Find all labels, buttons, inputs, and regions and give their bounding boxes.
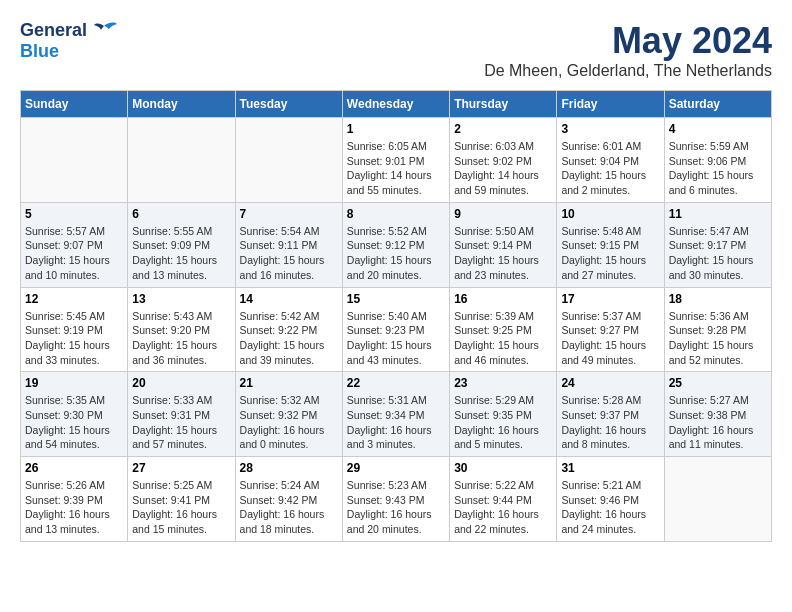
day-number: 1 (347, 122, 445, 136)
day-number: 10 (561, 207, 659, 221)
day-number: 26 (25, 461, 123, 475)
day-number: 6 (132, 207, 230, 221)
calendar-cell: 27Sunrise: 5:25 AMSunset: 9:41 PMDayligh… (128, 457, 235, 542)
calendar-cell: 25Sunrise: 5:27 AMSunset: 9:38 PMDayligh… (664, 372, 771, 457)
day-info: Sunrise: 5:48 AMSunset: 9:15 PMDaylight:… (561, 224, 659, 283)
day-info: Sunrise: 5:32 AMSunset: 9:32 PMDaylight:… (240, 393, 338, 452)
day-number: 3 (561, 122, 659, 136)
title-area: May 2024 De Mheen, Gelderland, The Nethe… (484, 20, 772, 80)
day-number: 12 (25, 292, 123, 306)
day-info: Sunrise: 5:35 AMSunset: 9:30 PMDaylight:… (25, 393, 123, 452)
day-number: 30 (454, 461, 552, 475)
calendar-cell (235, 118, 342, 203)
day-info: Sunrise: 6:05 AMSunset: 9:01 PMDaylight:… (347, 139, 445, 198)
day-info: Sunrise: 5:59 AMSunset: 9:06 PMDaylight:… (669, 139, 767, 198)
calendar-cell: 30Sunrise: 5:22 AMSunset: 9:44 PMDayligh… (450, 457, 557, 542)
day-info: Sunrise: 5:23 AMSunset: 9:43 PMDaylight:… (347, 478, 445, 537)
calendar-cell (664, 457, 771, 542)
location-title: De Mheen, Gelderland, The Netherlands (484, 62, 772, 80)
calendar-week-row: 19Sunrise: 5:35 AMSunset: 9:30 PMDayligh… (21, 372, 772, 457)
calendar-cell (21, 118, 128, 203)
day-info: Sunrise: 5:25 AMSunset: 9:41 PMDaylight:… (132, 478, 230, 537)
calendar-cell: 26Sunrise: 5:26 AMSunset: 9:39 PMDayligh… (21, 457, 128, 542)
day-number: 21 (240, 376, 338, 390)
day-number: 11 (669, 207, 767, 221)
calendar-cell: 29Sunrise: 5:23 AMSunset: 9:43 PMDayligh… (342, 457, 449, 542)
day-number: 2 (454, 122, 552, 136)
day-number: 25 (669, 376, 767, 390)
calendar-header-row: SundayMondayTuesdayWednesdayThursdayFrid… (21, 91, 772, 118)
day-info: Sunrise: 5:29 AMSunset: 9:35 PMDaylight:… (454, 393, 552, 452)
day-info: Sunrise: 5:40 AMSunset: 9:23 PMDaylight:… (347, 309, 445, 368)
day-info: Sunrise: 5:37 AMSunset: 9:27 PMDaylight:… (561, 309, 659, 368)
calendar-cell: 19Sunrise: 5:35 AMSunset: 9:30 PMDayligh… (21, 372, 128, 457)
calendar-header-monday: Monday (128, 91, 235, 118)
day-info: Sunrise: 5:45 AMSunset: 9:19 PMDaylight:… (25, 309, 123, 368)
day-info: Sunrise: 6:03 AMSunset: 9:02 PMDaylight:… (454, 139, 552, 198)
day-info: Sunrise: 5:31 AMSunset: 9:34 PMDaylight:… (347, 393, 445, 452)
day-info: Sunrise: 5:57 AMSunset: 9:07 PMDaylight:… (25, 224, 123, 283)
calendar-cell: 8Sunrise: 5:52 AMSunset: 9:12 PMDaylight… (342, 202, 449, 287)
day-info: Sunrise: 5:52 AMSunset: 9:12 PMDaylight:… (347, 224, 445, 283)
calendar-header-thursday: Thursday (450, 91, 557, 118)
calendar-cell: 6Sunrise: 5:55 AMSunset: 9:09 PMDaylight… (128, 202, 235, 287)
day-number: 17 (561, 292, 659, 306)
day-info: Sunrise: 5:33 AMSunset: 9:31 PMDaylight:… (132, 393, 230, 452)
calendar-cell (128, 118, 235, 203)
day-number: 29 (347, 461, 445, 475)
day-info: Sunrise: 5:21 AMSunset: 9:46 PMDaylight:… (561, 478, 659, 537)
calendar-table: SundayMondayTuesdayWednesdayThursdayFrid… (20, 90, 772, 542)
calendar-cell: 21Sunrise: 5:32 AMSunset: 9:32 PMDayligh… (235, 372, 342, 457)
month-title: May 2024 (484, 20, 772, 62)
day-info: Sunrise: 5:26 AMSunset: 9:39 PMDaylight:… (25, 478, 123, 537)
calendar-cell: 7Sunrise: 5:54 AMSunset: 9:11 PMDaylight… (235, 202, 342, 287)
day-number: 4 (669, 122, 767, 136)
calendar-cell: 15Sunrise: 5:40 AMSunset: 9:23 PMDayligh… (342, 287, 449, 372)
day-info: Sunrise: 5:22 AMSunset: 9:44 PMDaylight:… (454, 478, 552, 537)
calendar-cell: 16Sunrise: 5:39 AMSunset: 9:25 PMDayligh… (450, 287, 557, 372)
calendar-cell: 10Sunrise: 5:48 AMSunset: 9:15 PMDayligh… (557, 202, 664, 287)
day-number: 9 (454, 207, 552, 221)
day-number: 14 (240, 292, 338, 306)
logo-general-text: General (20, 20, 87, 41)
day-number: 20 (132, 376, 230, 390)
day-info: Sunrise: 5:36 AMSunset: 9:28 PMDaylight:… (669, 309, 767, 368)
calendar-cell: 12Sunrise: 5:45 AMSunset: 9:19 PMDayligh… (21, 287, 128, 372)
calendar-header-tuesday: Tuesday (235, 91, 342, 118)
calendar-header-saturday: Saturday (664, 91, 771, 118)
logo-bird-icon (89, 21, 119, 41)
day-number: 27 (132, 461, 230, 475)
calendar-cell: 17Sunrise: 5:37 AMSunset: 9:27 PMDayligh… (557, 287, 664, 372)
calendar-cell: 5Sunrise: 5:57 AMSunset: 9:07 PMDaylight… (21, 202, 128, 287)
calendar-cell: 9Sunrise: 5:50 AMSunset: 9:14 PMDaylight… (450, 202, 557, 287)
calendar-cell: 28Sunrise: 5:24 AMSunset: 9:42 PMDayligh… (235, 457, 342, 542)
day-info: Sunrise: 5:39 AMSunset: 9:25 PMDaylight:… (454, 309, 552, 368)
day-number: 28 (240, 461, 338, 475)
day-info: Sunrise: 5:54 AMSunset: 9:11 PMDaylight:… (240, 224, 338, 283)
logo: General Blue (20, 20, 119, 62)
calendar-cell: 3Sunrise: 6:01 AMSunset: 9:04 PMDaylight… (557, 118, 664, 203)
day-number: 23 (454, 376, 552, 390)
calendar-header-sunday: Sunday (21, 91, 128, 118)
calendar-header-friday: Friday (557, 91, 664, 118)
calendar-week-row: 1Sunrise: 6:05 AMSunset: 9:01 PMDaylight… (21, 118, 772, 203)
day-number: 16 (454, 292, 552, 306)
calendar-week-row: 5Sunrise: 5:57 AMSunset: 9:07 PMDaylight… (21, 202, 772, 287)
day-number: 5 (25, 207, 123, 221)
calendar-week-row: 26Sunrise: 5:26 AMSunset: 9:39 PMDayligh… (21, 457, 772, 542)
day-number: 13 (132, 292, 230, 306)
calendar-cell: 23Sunrise: 5:29 AMSunset: 9:35 PMDayligh… (450, 372, 557, 457)
calendar-cell: 18Sunrise: 5:36 AMSunset: 9:28 PMDayligh… (664, 287, 771, 372)
calendar-cell: 2Sunrise: 6:03 AMSunset: 9:02 PMDaylight… (450, 118, 557, 203)
day-number: 22 (347, 376, 445, 390)
calendar-cell: 31Sunrise: 5:21 AMSunset: 9:46 PMDayligh… (557, 457, 664, 542)
calendar-cell: 22Sunrise: 5:31 AMSunset: 9:34 PMDayligh… (342, 372, 449, 457)
calendar-week-row: 12Sunrise: 5:45 AMSunset: 9:19 PMDayligh… (21, 287, 772, 372)
day-info: Sunrise: 5:43 AMSunset: 9:20 PMDaylight:… (132, 309, 230, 368)
calendar-cell: 20Sunrise: 5:33 AMSunset: 9:31 PMDayligh… (128, 372, 235, 457)
calendar-cell: 11Sunrise: 5:47 AMSunset: 9:17 PMDayligh… (664, 202, 771, 287)
day-info: Sunrise: 5:42 AMSunset: 9:22 PMDaylight:… (240, 309, 338, 368)
day-number: 31 (561, 461, 659, 475)
day-number: 15 (347, 292, 445, 306)
day-info: Sunrise: 5:27 AMSunset: 9:38 PMDaylight:… (669, 393, 767, 452)
